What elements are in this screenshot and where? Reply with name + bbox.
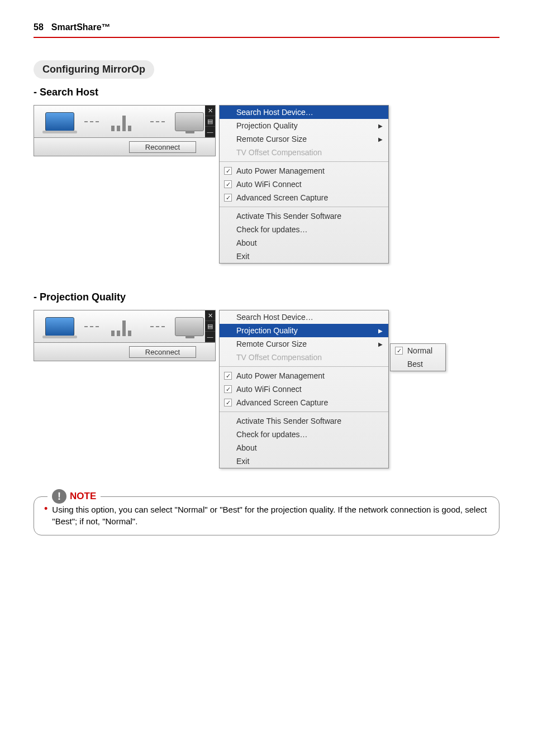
note-icon: ! [52, 489, 66, 504]
menu-exit[interactable]: Exit [220, 250, 388, 263]
submenu-arrow-icon: ▶ [378, 328, 383, 334]
sender-bottom-bar: Reconnect [34, 137, 216, 156]
check-icon: ✓ [224, 167, 232, 175]
mirrorop-sender-window: ✕ ▤ — Reconnect [34, 105, 216, 156]
menu-search-host[interactable]: Search Host Device… [220, 106, 388, 119]
menu-button[interactable]: ▤ [205, 321, 215, 332]
context-menu: Search Host Device… Projection Quality ▶… [219, 105, 389, 264]
menu-auto-power[interactable]: ✓ Auto Power Management [220, 164, 388, 178]
header-divider [34, 37, 499, 38]
reconnect-button[interactable]: Reconnect [129, 346, 196, 358]
page-number: 58 [34, 22, 44, 32]
check-icon: ✓ [224, 180, 232, 188]
menu-item-label: TV Offset Compensation [236, 148, 322, 157]
screenshot-projection-quality: ✕ ▤ — Reconnect Search Host Device… Proj… [34, 310, 499, 468]
submenu-item-label: Normal [407, 346, 432, 355]
signal-icon [109, 317, 140, 336]
menu-auto-power[interactable]: ✓ Auto Power Management [220, 369, 388, 382]
check-icon: ✓ [395, 347, 403, 355]
note-box: ! NOTE • Using this option, you can sele… [34, 496, 499, 535]
menu-activate[interactable]: Activate This Sender Software [220, 209, 388, 223]
submenu-best[interactable]: Best [391, 357, 445, 371]
connection-dash-icon [84, 326, 99, 327]
sender-top-bar: ✕ ▤ — [34, 105, 216, 137]
section-pill: Configuring MirrorOp [34, 60, 154, 79]
submenu-arrow-icon: ▶ [378, 123, 383, 129]
check-icon: ✓ [224, 372, 232, 380]
close-button[interactable]: ✕ [205, 310, 215, 321]
subheading-search-host: - Search Host [34, 87, 499, 98]
menu-remote-cursor[interactable]: Remote Cursor Size ▶ [220, 337, 388, 351]
menu-search-host[interactable]: Search Host Device… [220, 310, 388, 324]
menu-projection-quality[interactable]: Projection Quality ▶ [220, 324, 388, 337]
menu-button[interactable]: ▤ [205, 116, 215, 127]
menu-item-label: Auto WiFi Connect [236, 385, 302, 394]
connection-dash-icon [150, 121, 165, 122]
tv-icon [175, 317, 204, 336]
laptop-icon [45, 112, 74, 131]
check-icon: ✓ [224, 385, 232, 393]
menu-item-label: Activate This Sender Software [236, 417, 341, 425]
reconnect-button[interactable]: Reconnect [129, 141, 196, 153]
submenu-arrow-icon: ▶ [378, 136, 383, 142]
close-button[interactable]: ✕ [205, 106, 215, 116]
menu-item-label: Activate This Sender Software [236, 212, 341, 221]
note-text: Using this option, you can select "Norma… [52, 504, 489, 527]
menu-about[interactable]: About [220, 236, 388, 250]
menu-item-label: Auto Power Management [236, 371, 325, 380]
connection-dash-icon [84, 121, 99, 122]
check-icon: ✓ [224, 399, 232, 406]
menu-item-label: Search Host Device… [236, 313, 313, 322]
menu-item-label: Projection Quality [236, 326, 298, 335]
submenu-item-label: Best [407, 360, 423, 369]
menu-separator [220, 412, 388, 412]
menu-item-label: About [236, 443, 257, 452]
mirrorop-sender-window: ✕ ▤ — Reconnect [34, 310, 216, 361]
menu-item-label: Projection Quality [236, 121, 298, 130]
menu-item-label: About [236, 238, 257, 247]
menu-item-label: Remote Cursor Size [236, 339, 307, 348]
tv-icon [175, 112, 204, 131]
menu-item-label: Check for updates… [236, 430, 308, 439]
context-menu: Search Host Device… Projection Quality ▶… [219, 310, 389, 468]
menu-item-label: Auto WiFi Connect [236, 180, 302, 189]
menu-item-label: Exit [236, 457, 249, 466]
menu-auto-wifi[interactable]: ✓ Auto WiFi Connect [220, 178, 388, 191]
menu-projection-quality[interactable]: Projection Quality ▶ [220, 119, 388, 132]
menu-separator [220, 366, 388, 367]
doc-title: SmartShare™ [51, 22, 111, 32]
menu-remote-cursor[interactable]: Remote Cursor Size ▶ [220, 132, 388, 146]
laptop-icon [45, 317, 74, 336]
signal-icon [109, 112, 140, 131]
menu-separator [220, 161, 388, 162]
note-title: NOTE [70, 491, 96, 502]
sender-bottom-bar: Reconnect [34, 342, 216, 361]
connection-dash-icon [150, 326, 165, 327]
minimize-button[interactable]: — [205, 127, 215, 137]
menu-auto-wifi[interactable]: ✓ Auto WiFi Connect [220, 382, 388, 396]
menu-advanced-capture[interactable]: ✓ Advanced Screen Capture [220, 191, 388, 204]
submenu-normal[interactable]: ✓ Normal [391, 344, 445, 357]
menu-tv-offset: TV Offset Compensation [220, 351, 388, 364]
menu-advanced-capture[interactable]: ✓ Advanced Screen Capture [220, 396, 388, 409]
projection-quality-submenu: ✓ Normal Best [390, 343, 446, 371]
menu-item-label: Search Host Device… [236, 108, 313, 117]
menu-activate[interactable]: Activate This Sender Software [220, 414, 388, 428]
submenu-arrow-icon: ▶ [378, 341, 383, 347]
check-icon: ✓ [224, 194, 232, 202]
subheading-projection-quality: - Projection Quality [34, 291, 499, 303]
sender-top-bar: ✕ ▤ — [34, 310, 216, 342]
menu-item-label: Auto Power Management [236, 166, 325, 175]
menu-about[interactable]: About [220, 441, 388, 454]
menu-exit[interactable]: Exit [220, 454, 388, 468]
menu-check-updates[interactable]: Check for updates… [220, 428, 388, 441]
menu-item-label: Remote Cursor Size [236, 135, 307, 143]
menu-item-label: Exit [236, 252, 249, 261]
menu-separator [220, 207, 388, 207]
bullet-icon: • [44, 504, 47, 527]
menu-item-label: Advanced Screen Capture [236, 398, 328, 407]
minimize-button[interactable]: — [205, 332, 215, 342]
menu-item-label: Advanced Screen Capture [236, 193, 328, 202]
menu-check-updates[interactable]: Check for updates… [220, 223, 388, 236]
menu-item-label: Check for updates… [236, 225, 308, 234]
